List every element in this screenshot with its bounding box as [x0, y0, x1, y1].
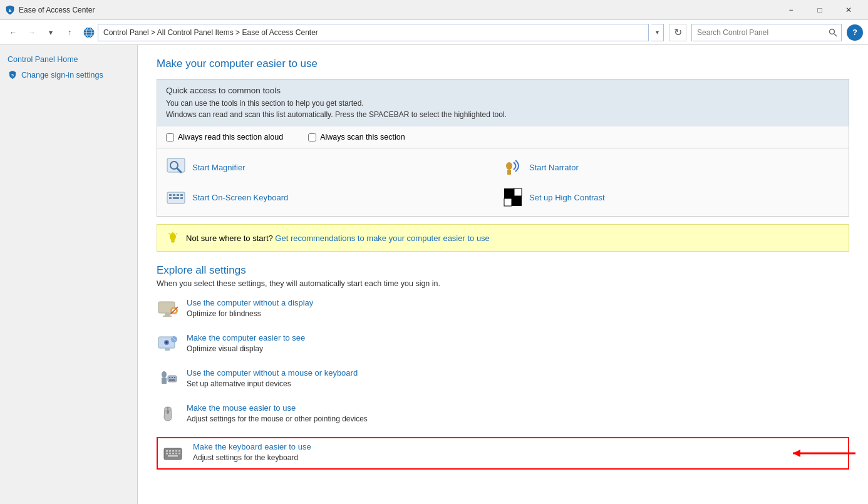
svg-rect-57	[172, 450, 174, 452]
quick-access-header: Quick access to common tools You can use…	[157, 80, 849, 126]
address-chevron[interactable]: ▾	[651, 24, 664, 41]
svg-rect-18	[180, 194, 183, 196]
svg-rect-49	[174, 377, 175, 378]
no-display-link[interactable]: Use the computer without a display	[187, 298, 313, 307]
hint-link[interactable]: Get recommendations to make your compute…	[275, 234, 490, 243]
tool-narrator[interactable]: Start Narrator	[503, 155, 840, 180]
keyboard-easier-icon	[163, 442, 185, 465]
magnifier-link[interactable]: Start Magnifier	[192, 163, 245, 172]
address-text: Control Panel > All Control Panel Items …	[103, 28, 318, 37]
svg-rect-63	[175, 453, 177, 455]
narrator-link[interactable]: Start Narrator	[529, 163, 579, 172]
narrator-icon	[503, 157, 523, 177]
main-title: Make your computer easier to use	[157, 58, 849, 70]
svg-rect-21	[180, 197, 183, 199]
mouse-easier-link[interactable]: Make the mouse easier to use	[187, 403, 368, 413]
svg-text:E: E	[9, 8, 12, 13]
quick-tools-grid: Start Magnifier Start Narrator	[157, 148, 849, 216]
easier-see-link[interactable]: Make the computer easier to see	[187, 333, 305, 342]
address-input[interactable]: Control Panel > All Control Panel Items …	[98, 24, 649, 41]
search-icon	[829, 28, 837, 37]
refresh-button[interactable]: ↻	[669, 24, 686, 41]
checkboxes-row: Always read this section aloud Always sc…	[157, 126, 849, 148]
minimize-button[interactable]: −	[777, 0, 805, 20]
svg-rect-61	[169, 453, 171, 455]
main-layout: Control Panel Home S Change sign-in sett…	[0, 45, 868, 504]
window-title: Ease of Access Center	[19, 6, 95, 14]
sidebar-signin-link[interactable]: S Change sign-in settings	[8, 70, 130, 80]
svg-rect-34	[163, 316, 172, 317]
title-bar: E Ease of Access Center − □ ✕	[0, 0, 868, 20]
checkbox-scan[interactable]: Always scan this section	[308, 133, 405, 141]
svg-rect-20	[173, 197, 179, 199]
globe-icon	[83, 26, 95, 39]
quick-access-desc1: You can use the tools in this section to…	[166, 98, 840, 109]
no-mouse-keyboard-desc: Set up alternative input devices	[187, 379, 291, 388]
checkbox-scan-label: Always scan this section	[320, 133, 405, 141]
close-button[interactable]: ✕	[834, 0, 863, 20]
svg-line-30	[176, 234, 177, 235]
hint-text: Not sure where to start? Get recommendat…	[186, 234, 490, 243]
svg-rect-19	[169, 197, 172, 199]
onscreen-keyboard-icon	[166, 187, 186, 207]
setting-keyboard-easier: Make the keyboard easier to use Adjust s…	[157, 437, 849, 470]
svg-rect-17	[177, 194, 179, 196]
checkbox-scan-input[interactable]	[308, 133, 316, 141]
search-input[interactable]	[692, 28, 825, 37]
svg-rect-13	[507, 170, 511, 175]
help-button[interactable]: ?	[847, 24, 863, 41]
svg-text:S: S	[11, 73, 14, 77]
svg-point-26	[170, 233, 176, 240]
svg-rect-48	[172, 377, 173, 378]
dropdown-button[interactable]: ▾	[43, 24, 59, 41]
easier-see-icon	[157, 333, 179, 356]
svg-rect-65	[168, 455, 178, 457]
svg-rect-28	[172, 242, 174, 243]
sidebar-home-link[interactable]: Control Panel Home	[8, 55, 130, 64]
svg-rect-24	[504, 198, 512, 206]
svg-rect-46	[168, 376, 177, 382]
setting-no-mouse-keyboard: Use the computer without a mouse or keyb…	[157, 367, 849, 392]
tool-onscreen-keyboard[interactable]: Start On-Screen Keyboard	[166, 185, 503, 210]
onscreen-keyboard-link[interactable]: Start On-Screen Keyboard	[192, 193, 288, 202]
keyboard-easier-text: Make the keyboard easier to use Adjust s…	[193, 442, 311, 462]
setting-easier-see: Make the computer easier to see Optimize…	[157, 332, 849, 357]
explore-title: Explore all settings	[157, 264, 849, 277]
keyboard-easier-link[interactable]: Make the keyboard easier to use	[193, 442, 311, 451]
magnifier-icon	[166, 157, 186, 177]
search-button[interactable]	[825, 24, 841, 41]
no-mouse-keyboard-link[interactable]: Use the computer without a mouse or keyb…	[187, 368, 358, 378]
svg-rect-45	[162, 378, 167, 384]
shield-small-icon: S	[8, 70, 18, 80]
up-button[interactable]: ↑	[61, 24, 78, 41]
svg-line-7	[834, 34, 837, 36]
high-contrast-link[interactable]: Set up High Contrast	[529, 193, 605, 202]
svg-rect-58	[175, 450, 177, 452]
no-display-desc: Optimize for blindness	[187, 309, 261, 318]
no-mouse-keyboard-text: Use the computer without a mouse or keyb…	[187, 368, 358, 388]
high-contrast-icon	[503, 187, 523, 207]
quick-access-desc2: Windows can read and scan this list auto…	[166, 109, 840, 120]
checkbox-read-aloud-input[interactable]	[166, 133, 174, 141]
maximize-button[interactable]: □	[805, 0, 834, 20]
back-button[interactable]: ←	[5, 24, 21, 41]
lightbulb-icon	[166, 231, 180, 245]
quick-access-box: Quick access to common tools You can use…	[157, 79, 849, 217]
svg-rect-64	[178, 453, 180, 455]
svg-point-40	[165, 341, 168, 344]
svg-rect-27	[171, 240, 175, 242]
no-display-text: Use the computer without a display Optim…	[187, 298, 313, 318]
setting-no-display: Use the computer without a display Optim…	[157, 297, 849, 322]
svg-rect-62	[172, 453, 174, 455]
content-area: Make your computer easier to use Quick a…	[138, 45, 868, 504]
quick-access-title: Quick access to common tools	[166, 86, 840, 95]
tool-magnifier[interactable]: Start Magnifier	[166, 155, 503, 180]
svg-rect-33	[165, 313, 170, 316]
svg-rect-60	[166, 453, 168, 455]
mouse-easier-icon	[157, 403, 179, 426]
checkbox-read-aloud[interactable]: Always read this section aloud	[166, 133, 283, 141]
easier-see-text: Make the computer easier to see Optimize…	[187, 333, 305, 353]
tool-high-contrast[interactable]: Set up High Contrast	[503, 185, 840, 210]
app-icon: E	[5, 5, 15, 15]
forward-button[interactable]: →	[24, 24, 40, 41]
